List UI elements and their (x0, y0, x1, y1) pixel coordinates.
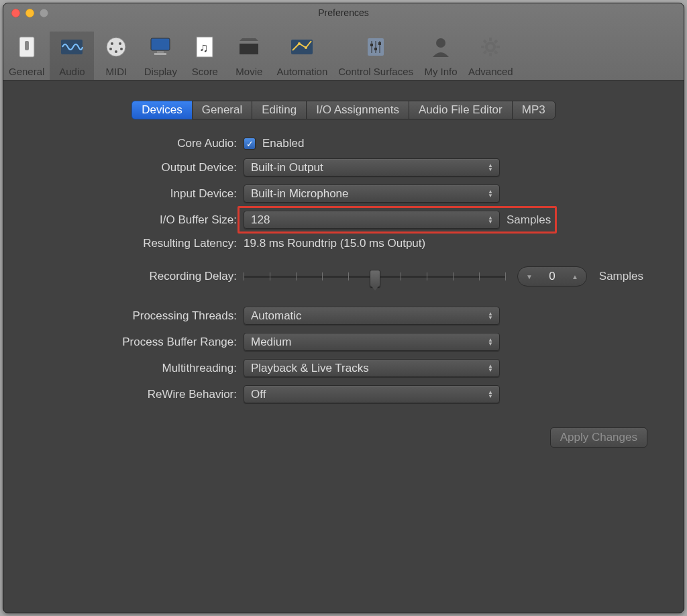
core-audio-checkbox[interactable]: ✓ (244, 138, 256, 150)
toolbar-label-advanced: Advanced (468, 66, 513, 77)
row-process-buffer: Process Buffer Range: Medium ▲▼ (23, 333, 664, 351)
svg-line-34 (484, 40, 486, 43)
row-output-device: Output Device: Built-in Output ▲▼ (23, 158, 664, 176)
process-buffer-value: Medium (251, 336, 291, 349)
multithreading-value: Playback & Live Tracks (251, 362, 369, 375)
input-device-dropdown[interactable]: Built-in Microphone ▲▼ (244, 185, 500, 203)
svg-rect-2 (61, 40, 83, 54)
tab-editing[interactable]: Editing (252, 101, 307, 119)
processing-threads-dropdown[interactable]: Automatic ▲▼ (244, 307, 500, 325)
slider-tick (453, 272, 454, 280)
toolbar-item-advanced[interactable]: Advanced (463, 32, 519, 80)
row-io-buffer: I/O Buffer Size: 128 ▲▼ Samples (23, 211, 664, 229)
slider-tick (505, 272, 506, 280)
svg-text:♫: ♫ (199, 41, 209, 54)
chevron-updown-icon: ▲▼ (484, 386, 496, 403)
row-rewire: ReWire Behavior: Off ▲▼ (23, 385, 664, 403)
stepper-down-icon[interactable]: ▼ (522, 273, 537, 280)
output-device-value: Built-in Output (251, 161, 323, 174)
preferences-body: DevicesGeneralEditingI/O AssignmentsAudi… (3, 81, 684, 403)
toolbar-item-controlsurfaces[interactable]: Control Surfaces (333, 32, 419, 80)
toolbar-item-general[interactable]: General (3, 32, 50, 80)
resulting-latency-value: 19.8 ms Roundtrip (15.0 ms Output) (244, 237, 425, 250)
svg-line-32 (484, 51, 486, 54)
toolbar-item-midi[interactable]: MIDI (94, 32, 138, 80)
tab-i-o-assignments[interactable]: I/O Assignments (306, 101, 409, 119)
midi-icon (99, 32, 133, 62)
svg-point-28 (486, 43, 494, 51)
svg-line-36 (495, 40, 498, 43)
toolbar-item-audio[interactable]: Audio (50, 32, 94, 80)
io-buffer-dropdown[interactable]: 128 ▲▼ (244, 211, 500, 229)
svg-marker-14 (240, 38, 258, 41)
toolbar-item-display[interactable]: Display (138, 32, 182, 80)
slider-tick (296, 272, 297, 280)
svg-line-30 (495, 51, 498, 54)
slider-tick (427, 272, 427, 280)
svg-rect-24 (370, 44, 373, 46)
chevron-updown-icon: ▲▼ (484, 333, 496, 350)
titlebar: Preferences GeneralAudioMIDIDisplay♫Scor… (3, 3, 684, 81)
audio-icon (55, 32, 89, 62)
display-icon (144, 32, 177, 62)
zoom-icon[interactable] (40, 9, 48, 17)
label-input-device: Input Device: (23, 187, 244, 201)
toolbar-label-movie: Movie (232, 66, 266, 77)
chevron-updown-icon: ▲▼ (484, 159, 496, 176)
slider-tick (244, 272, 244, 280)
toolbar-label-controlsurfaces: Control Surfaces (338, 66, 413, 77)
output-device-dropdown[interactable]: Built-in Output ▲▼ (244, 158, 500, 176)
svg-point-6 (109, 48, 112, 50)
svg-rect-26 (378, 42, 381, 45)
svg-point-3 (107, 38, 125, 56)
apply-changes-button[interactable]: Apply Changes (550, 427, 647, 448)
svg-point-19 (305, 46, 307, 49)
tabbar: DevicesGeneralEditingI/O AssignmentsAudi… (23, 101, 664, 119)
row-recording-delay: Recording Delay: ▼ 0 ▲ Samples (23, 266, 664, 287)
svg-rect-9 (151, 38, 170, 50)
slider-tick (479, 272, 480, 280)
slider-thumb[interactable] (370, 270, 380, 287)
minimize-icon[interactable] (25, 9, 34, 17)
close-icon[interactable] (11, 9, 20, 17)
svg-rect-16 (240, 41, 258, 44)
toolbar-item-movie[interactable]: Movie (227, 32, 271, 80)
controlsurfaces-icon (338, 32, 413, 62)
svg-point-4 (111, 42, 113, 45)
recording-delay-slider[interactable] (244, 268, 505, 285)
myinfo-icon (424, 32, 458, 62)
label-processing-threads: Processing Threads: (23, 309, 244, 323)
preferences-window: Preferences GeneralAudioMIDIDisplay♫Scor… (3, 3, 684, 613)
label-core-audio: Core Audio: (23, 137, 244, 150)
svg-point-5 (119, 42, 121, 45)
tab-devices[interactable]: Devices (131, 101, 192, 119)
automation-icon (276, 32, 327, 62)
tab-audio-file-editor[interactable]: Audio File Editor (409, 101, 513, 119)
toolbar-item-myinfo[interactable]: My Info (419, 32, 463, 80)
svg-rect-10 (157, 51, 164, 53)
chevron-updown-icon: ▲▼ (484, 211, 496, 228)
general-icon (9, 32, 44, 62)
toolbar-item-score[interactable]: ♫Score (182, 32, 227, 80)
toolbar-item-automation[interactable]: Automation (271, 32, 333, 80)
slider-tick (322, 272, 323, 280)
toolbar-label-automation: Automation (276, 66, 327, 77)
stepper-up-icon[interactable]: ▲ (568, 273, 582, 280)
process-buffer-dropdown[interactable]: Medium ▲▼ (244, 333, 500, 351)
svg-point-8 (115, 50, 117, 53)
chevron-updown-icon: ▲▼ (484, 360, 496, 376)
rewire-dropdown[interactable]: Off ▲▼ (244, 385, 500, 403)
tab-general[interactable]: General (192, 101, 252, 119)
label-resulting-latency: Resulting Latency: (23, 237, 244, 250)
row-core-audio: Core Audio: ✓ Enabled (23, 137, 664, 150)
svg-rect-11 (154, 53, 166, 55)
recording-delay-stepper[interactable]: ▼ 0 ▲ (517, 266, 587, 287)
window-title: Preferences (3, 3, 684, 18)
svg-point-7 (120, 48, 123, 50)
svg-rect-17 (291, 40, 313, 54)
multithreading-dropdown[interactable]: Playback & Live Tracks ▲▼ (244, 359, 500, 377)
chevron-updown-icon: ▲▼ (484, 307, 496, 324)
devices-form: Core Audio: ✓ Enabled Output Device: Bui… (23, 137, 664, 403)
tab-mp3[interactable]: MP3 (512, 101, 556, 119)
processing-threads-value: Automatic (251, 309, 302, 323)
